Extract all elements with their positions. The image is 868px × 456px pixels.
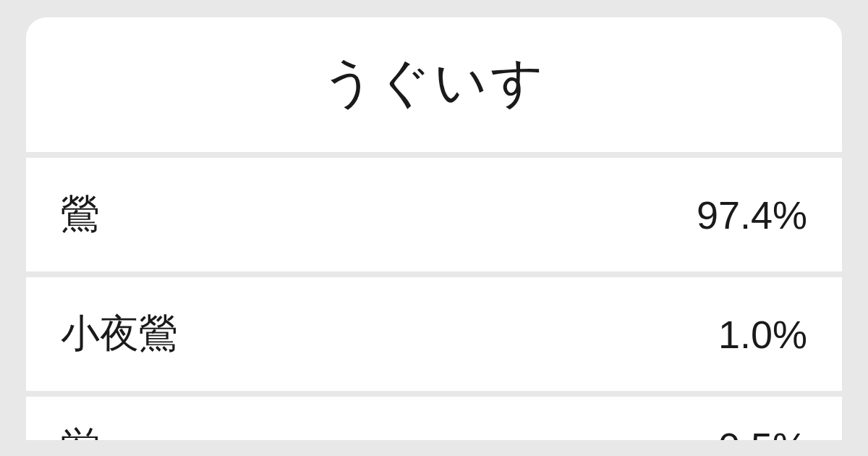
result-label: 小夜鶯: [61, 308, 178, 360]
results-list: 鶯 97.4% 小夜鶯 1.0% 鴬 0.5%: [26, 158, 842, 440]
result-label: 鶯: [61, 188, 100, 241]
card-header: うぐいす: [26, 17, 842, 158]
result-value: 1.0%: [718, 312, 807, 357]
list-item[interactable]: 小夜鶯 1.0%: [26, 277, 842, 397]
list-item[interactable]: 鴬 0.5%: [26, 397, 842, 440]
result-value: 97.4%: [697, 193, 807, 237]
list-item[interactable]: 鶯 97.4%: [26, 158, 842, 277]
result-value: 0.5%: [718, 424, 807, 440]
card-title: うぐいす: [26, 48, 842, 117]
result-label: 鴬: [61, 421, 100, 441]
results-card: うぐいす 鶯 97.4% 小夜鶯 1.0% 鴬 0.5%: [26, 17, 842, 440]
